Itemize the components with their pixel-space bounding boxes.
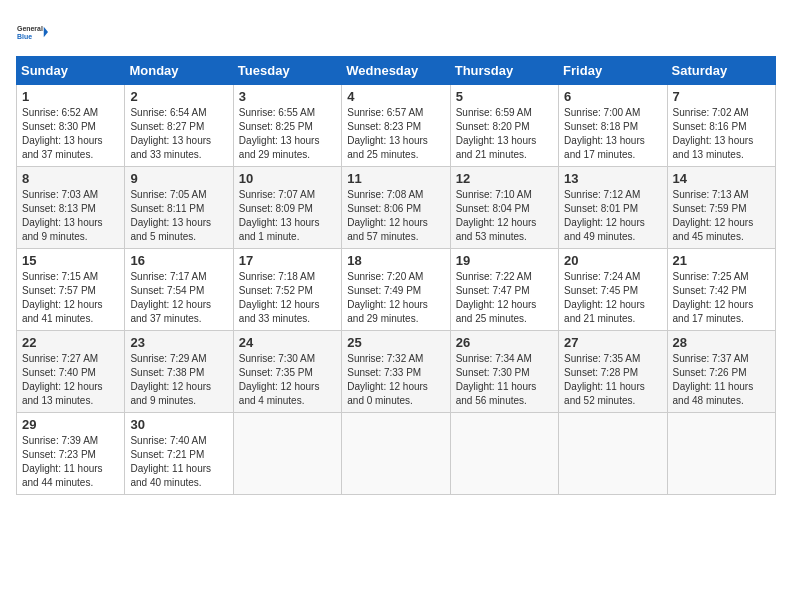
day-info: Sunrise: 7:40 AM Sunset: 7:21 PM Dayligh… [130,434,227,490]
day-info: Sunrise: 7:08 AM Sunset: 8:06 PM Dayligh… [347,188,444,244]
calendar-cell: 18Sunrise: 7:20 AM Sunset: 7:49 PM Dayli… [342,249,450,331]
day-info: Sunrise: 7:24 AM Sunset: 7:45 PM Dayligh… [564,270,661,326]
day-number: 18 [347,253,444,268]
weekday-header-saturday: Saturday [667,57,775,85]
day-number: 2 [130,89,227,104]
calendar-cell: 19Sunrise: 7:22 AM Sunset: 7:47 PM Dayli… [450,249,558,331]
weekday-header-sunday: Sunday [17,57,125,85]
day-number: 11 [347,171,444,186]
day-info: Sunrise: 7:13 AM Sunset: 7:59 PM Dayligh… [673,188,770,244]
day-info: Sunrise: 7:10 AM Sunset: 8:04 PM Dayligh… [456,188,553,244]
day-number: 15 [22,253,119,268]
svg-marker-2 [44,27,48,38]
weekday-header-monday: Monday [125,57,233,85]
day-number: 28 [673,335,770,350]
day-info: Sunrise: 6:55 AM Sunset: 8:25 PM Dayligh… [239,106,336,162]
calendar-cell: 20Sunrise: 7:24 AM Sunset: 7:45 PM Dayli… [559,249,667,331]
day-info: Sunrise: 7:05 AM Sunset: 8:11 PM Dayligh… [130,188,227,244]
day-number: 24 [239,335,336,350]
day-number: 12 [456,171,553,186]
day-number: 6 [564,89,661,104]
day-info: Sunrise: 7:39 AM Sunset: 7:23 PM Dayligh… [22,434,119,490]
calendar-cell: 14Sunrise: 7:13 AM Sunset: 7:59 PM Dayli… [667,167,775,249]
day-number: 27 [564,335,661,350]
calendar-cell: 16Sunrise: 7:17 AM Sunset: 7:54 PM Dayli… [125,249,233,331]
calendar-week-row: 29Sunrise: 7:39 AM Sunset: 7:23 PM Dayli… [17,413,776,495]
day-info: Sunrise: 7:34 AM Sunset: 7:30 PM Dayligh… [456,352,553,408]
day-info: Sunrise: 7:22 AM Sunset: 7:47 PM Dayligh… [456,270,553,326]
calendar-cell: 29Sunrise: 7:39 AM Sunset: 7:23 PM Dayli… [17,413,125,495]
calendar-cell: 30Sunrise: 7:40 AM Sunset: 7:21 PM Dayli… [125,413,233,495]
calendar-cell: 4Sunrise: 6:57 AM Sunset: 8:23 PM Daylig… [342,85,450,167]
calendar-cell: 15Sunrise: 7:15 AM Sunset: 7:57 PM Dayli… [17,249,125,331]
calendar-week-row: 15Sunrise: 7:15 AM Sunset: 7:57 PM Dayli… [17,249,776,331]
day-info: Sunrise: 7:00 AM Sunset: 8:18 PM Dayligh… [564,106,661,162]
weekday-header-row: SundayMondayTuesdayWednesdayThursdayFrid… [17,57,776,85]
svg-text:General: General [17,25,43,32]
calendar-week-row: 8Sunrise: 7:03 AM Sunset: 8:13 PM Daylig… [17,167,776,249]
day-info: Sunrise: 6:59 AM Sunset: 8:20 PM Dayligh… [456,106,553,162]
calendar-week-row: 1Sunrise: 6:52 AM Sunset: 8:30 PM Daylig… [17,85,776,167]
day-number: 3 [239,89,336,104]
day-info: Sunrise: 7:32 AM Sunset: 7:33 PM Dayligh… [347,352,444,408]
day-number: 9 [130,171,227,186]
calendar-cell: 13Sunrise: 7:12 AM Sunset: 8:01 PM Dayli… [559,167,667,249]
calendar-cell: 24Sunrise: 7:30 AM Sunset: 7:35 PM Dayli… [233,331,341,413]
day-info: Sunrise: 6:57 AM Sunset: 8:23 PM Dayligh… [347,106,444,162]
calendar-cell: 22Sunrise: 7:27 AM Sunset: 7:40 PM Dayli… [17,331,125,413]
day-number: 10 [239,171,336,186]
day-info: Sunrise: 7:07 AM Sunset: 8:09 PM Dayligh… [239,188,336,244]
day-number: 21 [673,253,770,268]
day-number: 1 [22,89,119,104]
calendar-cell: 6Sunrise: 7:00 AM Sunset: 8:18 PM Daylig… [559,85,667,167]
calendar-cell [233,413,341,495]
day-info: Sunrise: 7:12 AM Sunset: 8:01 PM Dayligh… [564,188,661,244]
calendar-cell [342,413,450,495]
weekday-header-friday: Friday [559,57,667,85]
page-header: GeneralBlue [16,16,776,48]
day-number: 26 [456,335,553,350]
day-info: Sunrise: 7:37 AM Sunset: 7:26 PM Dayligh… [673,352,770,408]
calendar-cell: 8Sunrise: 7:03 AM Sunset: 8:13 PM Daylig… [17,167,125,249]
calendar-cell: 17Sunrise: 7:18 AM Sunset: 7:52 PM Dayli… [233,249,341,331]
calendar-cell: 9Sunrise: 7:05 AM Sunset: 8:11 PM Daylig… [125,167,233,249]
calendar-cell [559,413,667,495]
calendar-cell: 10Sunrise: 7:07 AM Sunset: 8:09 PM Dayli… [233,167,341,249]
weekday-header-thursday: Thursday [450,57,558,85]
day-number: 25 [347,335,444,350]
day-info: Sunrise: 7:02 AM Sunset: 8:16 PM Dayligh… [673,106,770,162]
calendar-cell: 28Sunrise: 7:37 AM Sunset: 7:26 PM Dayli… [667,331,775,413]
logo: GeneralBlue [16,16,48,48]
day-number: 29 [22,417,119,432]
calendar-cell: 11Sunrise: 7:08 AM Sunset: 8:06 PM Dayli… [342,167,450,249]
calendar-cell: 27Sunrise: 7:35 AM Sunset: 7:28 PM Dayli… [559,331,667,413]
day-number: 14 [673,171,770,186]
calendar-cell: 23Sunrise: 7:29 AM Sunset: 7:38 PM Dayli… [125,331,233,413]
calendar-cell: 5Sunrise: 6:59 AM Sunset: 8:20 PM Daylig… [450,85,558,167]
weekday-header-tuesday: Tuesday [233,57,341,85]
day-number: 16 [130,253,227,268]
day-number: 8 [22,171,119,186]
day-info: Sunrise: 6:52 AM Sunset: 8:30 PM Dayligh… [22,106,119,162]
day-number: 19 [456,253,553,268]
calendar-cell [450,413,558,495]
day-info: Sunrise: 7:30 AM Sunset: 7:35 PM Dayligh… [239,352,336,408]
calendar-cell: 26Sunrise: 7:34 AM Sunset: 7:30 PM Dayli… [450,331,558,413]
weekday-header-wednesday: Wednesday [342,57,450,85]
day-number: 17 [239,253,336,268]
calendar-cell: 2Sunrise: 6:54 AM Sunset: 8:27 PM Daylig… [125,85,233,167]
day-number: 22 [22,335,119,350]
day-info: Sunrise: 7:03 AM Sunset: 8:13 PM Dayligh… [22,188,119,244]
calendar-cell: 12Sunrise: 7:10 AM Sunset: 8:04 PM Dayli… [450,167,558,249]
day-number: 30 [130,417,227,432]
calendar-cell [667,413,775,495]
day-number: 23 [130,335,227,350]
day-info: Sunrise: 7:29 AM Sunset: 7:38 PM Dayligh… [130,352,227,408]
day-info: Sunrise: 7:27 AM Sunset: 7:40 PM Dayligh… [22,352,119,408]
day-number: 5 [456,89,553,104]
day-info: Sunrise: 6:54 AM Sunset: 8:27 PM Dayligh… [130,106,227,162]
logo-icon: GeneralBlue [16,16,48,48]
day-info: Sunrise: 7:20 AM Sunset: 7:49 PM Dayligh… [347,270,444,326]
calendar-cell: 1Sunrise: 6:52 AM Sunset: 8:30 PM Daylig… [17,85,125,167]
day-number: 4 [347,89,444,104]
